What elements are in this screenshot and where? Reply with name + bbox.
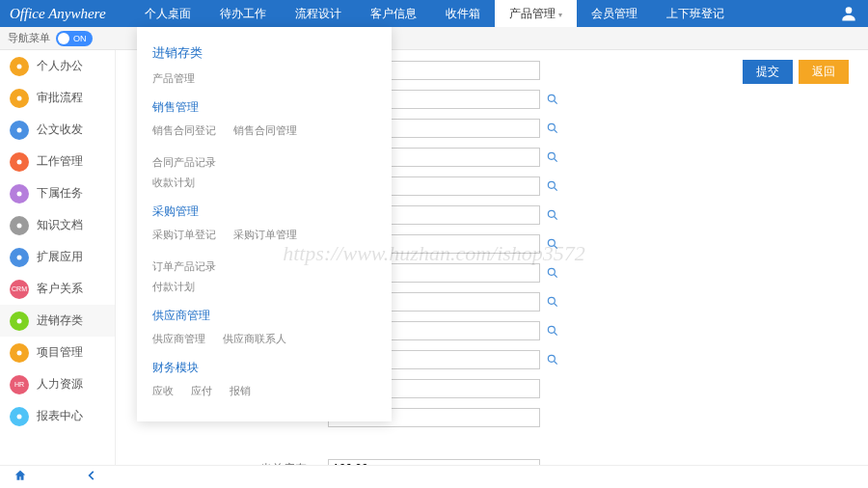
dropdown-link[interactable]: 应付: [191, 384, 212, 398]
sidebar-item[interactable]: 工作管理: [0, 146, 115, 177]
svg-point-11: [548, 95, 555, 101]
footer-bar: [0, 465, 868, 488]
svg-point-9: [17, 350, 22, 355]
search-icon[interactable]: [546, 122, 559, 135]
dropdown-link[interactable]: 收款计划: [152, 176, 195, 190]
svg-point-19: [548, 210, 555, 217]
sidebar-icon: [10, 407, 29, 426]
search-icon[interactable]: [546, 208, 559, 222]
search-icon[interactable]: [546, 324, 559, 338]
sidebar-item[interactable]: 公文收发: [0, 114, 115, 146]
app-logo: Office Anywhere: [10, 6, 106, 22]
sidebar-item[interactable]: 下属任务: [0, 177, 115, 209]
svg-point-13: [548, 123, 555, 130]
sidebar-label: 客户关系: [37, 281, 83, 297]
dropdown-link[interactable]: 报销: [230, 384, 251, 398]
sidebar-icon: [10, 248, 29, 267]
svg-point-25: [548, 297, 555, 304]
sidebar-item[interactable]: CRM客户关系: [0, 273, 115, 305]
sidebar-icon: [10, 57, 29, 76]
user-icon[interactable]: [839, 4, 858, 23]
svg-point-7: [17, 255, 22, 259]
sidebar-icon: [10, 152, 29, 172]
sidebar-icon: [10, 121, 29, 140]
dropdown-link[interactable]: 采购订单登记: [152, 228, 216, 242]
svg-line-28: [555, 333, 557, 336]
dropdown-link[interactable]: 产品管理: [152, 71, 195, 86]
sidebar-item[interactable]: HR人力资源: [0, 368, 115, 400]
svg-line-30: [555, 362, 557, 365]
top-nav-item[interactable]: 产品管理▾: [495, 0, 577, 27]
svg-point-15: [548, 152, 555, 159]
sidebar-label: 工作管理: [37, 153, 83, 170]
sidebar-icon: [10, 343, 29, 363]
svg-point-3: [17, 127, 22, 132]
svg-line-16: [555, 159, 557, 162]
svg-line-18: [555, 188, 557, 191]
back-icon[interactable]: [85, 469, 98, 485]
dropdown-section: 财务模块: [152, 360, 376, 376]
product-dropdown: 进销存类 产品管理销售管理销售合同登记销售合同管理合同产品记录收款计划采购管理采…: [137, 27, 392, 421]
sidebar-item[interactable]: 项目管理: [0, 337, 115, 368]
nav-label: 导航菜单: [8, 31, 50, 45]
top-nav-item[interactable]: 个人桌面: [130, 0, 205, 27]
svg-point-21: [548, 239, 555, 246]
sidebar-item[interactable]: 审批流程: [0, 82, 115, 114]
dropdown-link[interactable]: 付款计划: [152, 280, 195, 294]
sidebar-item[interactable]: 扩展应用: [0, 241, 115, 273]
sidebar-icon: [10, 216, 29, 235]
svg-point-0: [846, 7, 853, 14]
svg-point-23: [548, 268, 555, 275]
sidebar-label: 个人办公: [37, 58, 83, 74]
top-nav-item[interactable]: 会员管理: [577, 0, 652, 27]
top-nav-item[interactable]: 客户信息: [356, 0, 431, 27]
sidebar-label: 下属任务: [37, 185, 83, 202]
top-nav-item[interactable]: 流程设计: [281, 0, 356, 27]
svg-point-4: [17, 159, 22, 164]
svg-point-27: [548, 326, 555, 333]
dropdown-link[interactable]: 应收: [152, 384, 174, 398]
search-icon[interactable]: [546, 179, 559, 193]
top-nav-item[interactable]: 收件箱: [431, 0, 495, 27]
dropdown-link[interactable]: 采购订单管理: [233, 228, 297, 242]
sidebar-label: 知识文档: [37, 217, 83, 233]
sidebar-item[interactable]: 报表中心: [0, 400, 115, 432]
sidebar-label: 公文收发: [37, 122, 83, 138]
svg-point-29: [548, 355, 555, 362]
sidebar-label: 进销存类: [37, 312, 83, 329]
sidebar-icon: [10, 89, 29, 108]
back-button[interactable]: 返回: [799, 60, 849, 84]
top-nav-item[interactable]: 待办工作: [205, 0, 281, 27]
sidebar-item[interactable]: 知识文档: [0, 209, 115, 241]
dropdown-link[interactable]: 供应商管理: [152, 332, 205, 346]
nav-toggle[interactable]: ON: [56, 31, 93, 46]
dropdown-link[interactable]: 供应商联系人: [223, 332, 286, 346]
search-icon[interactable]: [546, 266, 559, 280]
svg-point-10: [17, 414, 22, 419]
svg-line-14: [555, 130, 557, 133]
dropdown-link[interactable]: 销售合同登记: [152, 123, 216, 138]
search-icon[interactable]: [546, 295, 559, 309]
sidebar-label: 报表中心: [37, 408, 83, 424]
sidebar-item[interactable]: 进销存类: [0, 305, 115, 337]
dropdown-link[interactable]: 合同产品记录: [152, 155, 216, 170]
submit-button[interactable]: 提交: [743, 60, 793, 84]
search-icon[interactable]: [546, 150, 559, 164]
search-icon[interactable]: [546, 353, 559, 366]
search-icon[interactable]: [546, 237, 559, 251]
svg-line-26: [555, 304, 557, 307]
top-nav: 个人桌面待办工作流程设计客户信息收件箱产品管理▾会员管理上下班登记: [130, 0, 739, 27]
sidebar-item[interactable]: 个人办公: [0, 50, 115, 82]
dropdown-link[interactable]: 销售合同管理: [233, 123, 297, 138]
sidebar-icon: CRM: [10, 280, 29, 299]
search-icon[interactable]: [546, 93, 559, 106]
sidebar-icon: [10, 312, 29, 331]
top-nav-item[interactable]: 上下班登记: [652, 0, 739, 27]
dropdown-link[interactable]: 订单产品记录: [152, 259, 216, 274]
sidebar-icon: [10, 184, 29, 203]
sidebar: 个人办公审批流程公文收发工作管理下属任务知识文档扩展应用CRM客户关系进销存类项…: [0, 50, 116, 465]
svg-point-2: [17, 95, 22, 100]
dropdown-section: 供应商管理: [152, 308, 376, 324]
home-icon[interactable]: [14, 469, 27, 485]
svg-point-8: [17, 318, 22, 323]
